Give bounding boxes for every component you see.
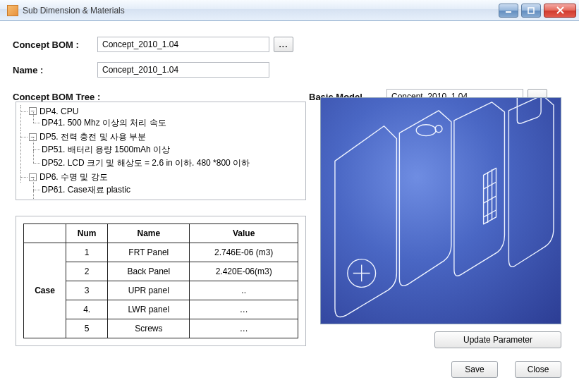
tree-label: Concept BOM Tree : [13, 92, 309, 102]
tree-node[interactable]: DP62. UPR/LWR panel 재료 steel [42, 197, 305, 200]
minimize-icon [505, 7, 512, 14]
concept-bom-browse-button[interactable]: ... [274, 37, 293, 52]
close-button[interactable]: Close [515, 361, 561, 378]
cell-value: 2.746E-06 (m3) [190, 243, 298, 262]
tree-node-label: DP4. CPU [39, 106, 78, 116]
col-name: Name [108, 224, 190, 243]
app-icon [7, 5, 18, 16]
button-label: Update Parameter [463, 335, 532, 345]
cell-value: .. [190, 281, 298, 300]
maximize-icon [528, 7, 535, 14]
phone-exploded-view-icon [321, 98, 561, 324]
cell-name: LWR panel [108, 300, 190, 319]
tree-node[interactable]: DP52. LCD 크기 및 해상도 = 2.6 in 이하. 480 *800… [42, 157, 305, 170]
name-label: Name : [13, 65, 97, 75]
update-parameter-button[interactable]: Update Parameter [434, 331, 561, 348]
svg-rect-1 [528, 8, 534, 13]
window-close-button[interactable] [544, 4, 576, 18]
client-area: Concept BOM : ... Name : Concept BOM Tre… [6, 27, 573, 386]
col-value: Value [190, 224, 298, 243]
save-button[interactable]: Save [451, 361, 498, 378]
tree-node[interactable]: DP41. 500 Mhz 이상의 처리 속도 [42, 116, 305, 130]
concept-bom-label: Concept BOM : [13, 39, 97, 50]
tree-node-label: DP62. UPR/LWR panel 재료 steel [42, 198, 169, 200]
tree-node[interactable]: −DP5. 전력 충전 및 사용 부분 DP51. 배터리 용량 1500mAh… [29, 130, 305, 171]
tree-node-label: DP41. 500 Mhz 이상의 처리 속도 [42, 118, 166, 128]
materials-table: Num Name Value Case 1 FRT Panel 2.746E-0… [23, 223, 298, 338]
svg-point-6 [435, 125, 442, 133]
cell-num: 4. [66, 300, 108, 319]
concept-bom-field[interactable] [97, 37, 269, 52]
button-label: Save [465, 365, 484, 374]
tree-node[interactable]: DP61. Case재료 plastic [42, 183, 305, 197]
cell-name: UPR panel [108, 281, 190, 300]
tree-node-label: DP52. LCD 크기 및 해상도 = 2.6 in 이하. 480 *800… [42, 158, 250, 168]
cell-name: FRT Panel [108, 243, 190, 262]
tree-node[interactable]: −DP4. CPU DP41. 500 Mhz 이상의 처리 속도 [29, 105, 305, 130]
row-group-header: Case [24, 243, 66, 338]
cell-name: Back Panel [108, 262, 190, 281]
tree-node-label: DP5. 전력 충전 및 사용 부분 [39, 132, 146, 142]
cell-name: Screws [108, 319, 190, 338]
cell-value: … [190, 319, 298, 338]
tree-node-label: DP51. 배터리 용량 1500mAh 이상 [42, 145, 170, 154]
model-preview [320, 97, 561, 324]
window-title: Sub Dimension & Materials [23, 6, 496, 16]
col-num: Num [66, 224, 108, 243]
button-label: Close [528, 365, 549, 374]
window-titlebar: Sub Dimension & Materials [0, 0, 579, 21]
cell-value: … [190, 300, 298, 319]
cell-value: 2.420E-06(m3) [190, 262, 298, 281]
tree-node-label: DP61. Case재료 plastic [42, 185, 130, 195]
window-maximize-button[interactable] [521, 4, 541, 18]
table-header-row: Num Name Value [24, 224, 298, 243]
cell-num: 3 [66, 281, 108, 300]
window-minimize-button[interactable] [499, 4, 518, 18]
materials-table-frame: Num Name Value Case 1 FRT Panel 2.746E-0… [16, 216, 306, 346]
concept-bom-tree[interactable]: −DP4. CPU DP41. 500 Mhz 이상의 처리 속도 −DP5. … [16, 102, 306, 200]
tree-node[interactable]: −DP6. 수명 및 강도 DP61. Case재료 plastic DP62.… [29, 171, 305, 200]
name-field[interactable] [97, 62, 269, 78]
cell-num: 2 [66, 262, 108, 281]
ellipsis-icon: ... [279, 39, 288, 49]
tree-node-label: DP6. 수명 및 강도 [39, 172, 108, 182]
close-icon [556, 6, 564, 14]
svg-point-5 [416, 125, 436, 136]
svg-rect-7 [517, 98, 541, 125]
cell-num: 1 [66, 243, 108, 262]
table-row: Case 1 FRT Panel 2.746E-06 (m3) [24, 243, 298, 262]
cell-num: 5 [66, 319, 108, 338]
tree-node[interactable]: DP51. 배터리 용량 1500mAh 이상 [42, 143, 305, 157]
